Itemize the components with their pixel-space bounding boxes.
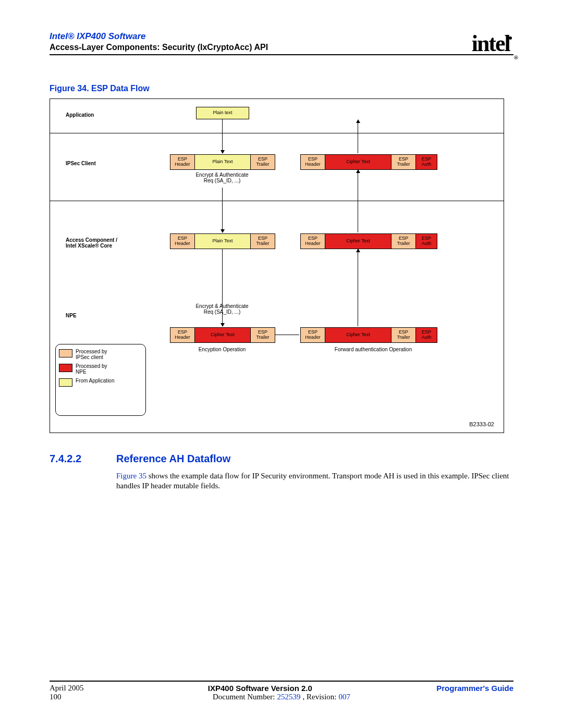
figure-caption: Figure 34. ESP Data Flow [50, 84, 519, 93]
section-paragraph: Figure 35 shows the example data flow fo… [116, 471, 512, 491]
block-ciphertext-3r: Cipher Text [325, 233, 391, 249]
block-ciphertext-4r: Cipher Text [325, 327, 391, 343]
section-heading: 7.4.2.2 Reference AH Dataflow [50, 453, 519, 465]
block-esp-auth-2r: ESP Auth [415, 154, 437, 170]
separator-2 [50, 201, 504, 201]
block-esp-trailer-2l: ESP Trailer [250, 154, 275, 170]
legend-row-app: From Application [59, 378, 142, 387]
header-title: Intel® IXP400 Software [50, 31, 519, 42]
footer-rev-number: 007 [339, 693, 351, 701]
logo-dot-icon [509, 36, 512, 40]
logo-text: intel [472, 31, 510, 56]
paragraph-text: shows the example data flow for IP Secur… [116, 472, 509, 490]
footer-center: IXP400 Software Version 2.0 [208, 684, 312, 693]
label-application: Application [66, 112, 94, 118]
arrow-npe-to-access [358, 249, 358, 326]
swatch-yellow [59, 378, 72, 387]
section-title: Reference AH Dataflow [116, 453, 230, 465]
block-ciphertext-2r: Cipher Text [325, 154, 391, 170]
block-esp-trailer-2r: ESP Trailer [391, 154, 416, 170]
arrow-access-to-npe [222, 249, 223, 326]
block-esp-trailer-3l: ESP Trailer [250, 233, 275, 249]
arrow-app-to-ipsec [222, 119, 223, 153]
section-number: 7.4.2.2 [50, 453, 96, 465]
footer-guide-link[interactable]: Programmer's Guide [436, 684, 513, 693]
diagram-id: B2333-02 [469, 421, 494, 427]
swatch-peach [59, 349, 72, 357]
block-esp-header-2l: ESP Header [170, 154, 195, 170]
block-plaintext-2l: Plain Text [194, 154, 251, 170]
block-ciphertext-4l: Cipher Text [194, 327, 251, 343]
block-esp-header-4l: ESP Header [170, 327, 195, 343]
legend-box: Processed by IPSec client Processed by N… [55, 344, 146, 416]
footer-doc-label: Document Number: [213, 693, 275, 701]
legend-label-ipsec: Processed by IPSec client [76, 349, 107, 360]
block-esp-header-3r: ESP Header [300, 233, 325, 249]
block-esp-trailer-3r: ESP Trailer [391, 233, 416, 249]
block-esp-header-2r: ESP Header [300, 154, 325, 170]
annot-encryption-op: Encyption Operation [180, 347, 264, 352]
intel-logo: intel® [472, 30, 516, 57]
legend-label-npe: Processed by NPE [76, 363, 107, 375]
footer-page-number: 100 [50, 693, 62, 701]
header-subtitle: Access-Layer Components: Security (IxCry… [50, 43, 519, 52]
label-access-component: Access Component / Intel XScale® Core [66, 237, 117, 249]
footer-date: April 2005 [50, 684, 83, 693]
block-plaintext-app: Plain text [196, 107, 249, 119]
block-esp-trailer-4r: ESP Trailer [391, 327, 416, 343]
legend-label-app: From Application [76, 378, 114, 384]
page-content: Intel® IXP400 Software Access-Layer Comp… [50, 31, 519, 491]
block-esp-auth-4r: ESP Auth [415, 327, 437, 343]
figure-diagram: Application IPSec Client Access Componen… [50, 98, 504, 433]
block-esp-header-3l: ESP Header [170, 233, 195, 249]
footer-rule [50, 681, 513, 682]
block-esp-header-4r: ESP Header [300, 327, 325, 343]
block-esp-auth-3r: ESP Auth [415, 233, 437, 249]
label-ipsec-client: IPSec Client [66, 161, 96, 166]
footer-doc-number: 252539 [277, 693, 301, 701]
footer-rev-label: , Revision: [303, 693, 337, 701]
label-npe: NPE [66, 313, 77, 318]
header-rule [50, 54, 513, 55]
figure-35-link[interactable]: Figure 35 [116, 472, 146, 480]
logo-registered-icon: ® [514, 54, 517, 60]
page-footer: April 2005 IXP400 Software Version 2.0 P… [50, 681, 513, 702]
block-esp-trailer-4l: ESP Trailer [250, 327, 275, 343]
annot-enc-auth-req-1: Encrypt & Authenticate Req (SA_ID, ...) [170, 172, 274, 183]
block-plaintext-3l: Plain Text [194, 233, 251, 249]
connector-npe-groups [275, 335, 299, 335]
swatch-red [59, 364, 72, 372]
legend-row-ipsec: Processed by IPSec client [59, 349, 142, 360]
arrow-ipsec-to-access [222, 188, 223, 232]
legend-row-npe: Processed by NPE [59, 363, 142, 375]
arrow-access-to-ipsec [358, 170, 358, 232]
arrow-ipsec-to-app [358, 120, 358, 153]
annot-forward-auth-op: Forward authentication Operation [311, 347, 436, 352]
separator-1 [50, 133, 504, 133]
